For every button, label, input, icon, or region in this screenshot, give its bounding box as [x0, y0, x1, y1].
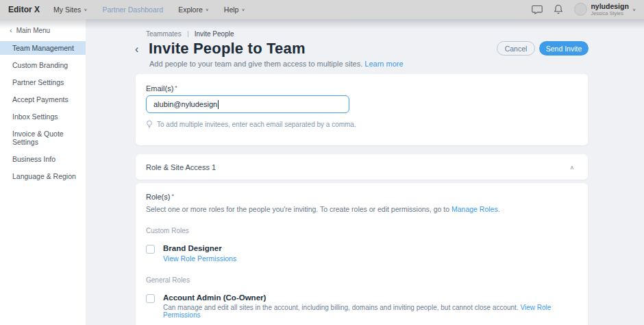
account-menu[interactable]: nyludesign Jessica Styles ∨	[574, 3, 636, 16]
editor-x-logo[interactable]: Editor X	[8, 5, 40, 14]
chevron-up-icon[interactable]: ∧	[569, 164, 574, 170]
view-role-permissions-link[interactable]: View Role Permissions	[163, 254, 236, 263]
menu-my-sites-label: My Sites	[53, 5, 81, 14]
chevron-down-icon: ∨	[206, 8, 209, 12]
avatar	[574, 3, 587, 16]
sidebar-item-team-management[interactable]: Team Management	[0, 41, 86, 55]
bell-icon	[554, 4, 563, 14]
sidebar-item-custom-branding[interactable]: Custom Branding	[0, 58, 86, 72]
lightbulb-icon	[146, 120, 153, 129]
emails-hint-text: To add multiple invitees, enter each ema…	[157, 121, 356, 128]
roles-description: Select one or more roles for the people …	[146, 205, 574, 213]
checkbox-account-admin[interactable]	[146, 294, 155, 303]
sidebar: ‹ Main Menu Team Management Custom Brand…	[0, 19, 86, 325]
custom-roles-group-label: Custom Roles	[146, 227, 574, 234]
checkbox-brand-designer[interactable]	[146, 245, 155, 254]
learn-more-link[interactable]: Learn more	[364, 60, 403, 68]
role-site-access-label: Role & Site Access 1	[146, 163, 569, 171]
emails-hint: To add multiple invitees, enter each ema…	[146, 120, 356, 129]
menu-help-label: Help	[224, 5, 239, 14]
breadcrumb-teammates[interactable]: Teammates	[146, 30, 182, 38]
role-desc-account-admin: Can manage and edit all sites in the acc…	[163, 304, 574, 319]
breadcrumb: Teammates Invite People	[146, 30, 234, 38]
comments-button[interactable]	[532, 5, 543, 14]
roles-label: Role(s)*	[146, 193, 574, 201]
sidebar-item-business-info[interactable]: Business Info	[0, 152, 86, 166]
sidebar-item-inbox-settings[interactable]: Inbox Settings	[0, 110, 86, 123]
topbar-right: nyludesign Jessica Styles ∨	[532, 3, 636, 16]
account-text: nyludesign Jessica Styles	[591, 3, 628, 16]
chevron-left-icon: ‹	[10, 26, 12, 34]
account-name: nyludesign	[591, 3, 628, 11]
role-name-brand-designer: Brand Designer	[163, 244, 236, 252]
sidebar-back-label: Main Menu	[16, 27, 50, 34]
role-row-brand-designer: Brand Designer View Role Permissions	[146, 244, 574, 263]
comment-icon	[532, 5, 543, 14]
required-mark: *	[171, 193, 174, 200]
sidebar-item-invoice-quote-settings[interactable]: Invoice & Quote Settings	[0, 127, 86, 149]
emails-input[interactable]: alubin@nyludesign	[146, 95, 349, 113]
required-mark: *	[175, 84, 177, 91]
chevron-down-icon: ∨	[241, 8, 245, 12]
sidebar-item-language-region[interactable]: Language & Region	[0, 169, 86, 183]
chevron-down-icon: ∨	[632, 8, 636, 12]
page-subtitle-text: Add people to your team and give them ac…	[149, 60, 362, 68]
menu-explore[interactable]: Explore ∨	[178, 5, 209, 14]
send-invite-button[interactable]: Send Invite	[539, 41, 589, 56]
role-row-account-admin: Account Admin (Co-Owner) Can manage and …	[146, 293, 574, 319]
breadcrumb-divider	[188, 31, 188, 37]
text-caret	[218, 100, 219, 109]
menu-partner-dashboard-label: Partner Dashboard	[102, 5, 163, 14]
general-roles-group-label: General Roles	[146, 276, 574, 284]
emails-input-value: alubin@nyludesign	[153, 100, 217, 108]
menu-partner-dashboard[interactable]: Partner Dashboard	[102, 5, 163, 14]
manage-roles-link[interactable]: Manage Roles.	[451, 205, 500, 213]
page-title: Invite People to Team	[149, 40, 306, 58]
menu-my-sites[interactable]: My Sites ∨	[53, 5, 87, 14]
role-name-account-admin: Account Admin (Co-Owner)	[163, 293, 574, 302]
email-card: Email(s)* alubin@nyludesign To add multi…	[136, 74, 588, 145]
sidebar-back-main-menu[interactable]: ‹ Main Menu	[0, 19, 86, 41]
emails-label: Email(s)*	[146, 84, 177, 93]
main-content: Teammates Invite People ‹ Invite People …	[86, 19, 644, 325]
screen: Editor X My Sites ∨ Partner Dashboard Ex…	[0, 0, 644, 325]
chevron-down-icon: ∨	[84, 8, 87, 12]
menu-help[interactable]: Help ∨	[224, 5, 245, 14]
cancel-button[interactable]: Cancel	[497, 41, 535, 56]
breadcrumb-invite-people[interactable]: Invite People	[195, 30, 234, 38]
role-site-access-header[interactable]: Role & Site Access 1 ∧	[136, 154, 588, 180]
menu-explore-label: Explore	[178, 5, 203, 14]
sidebar-item-partner-settings[interactable]: Partner Settings	[0, 75, 86, 89]
account-subtitle: Jessica Styles	[591, 11, 628, 16]
back-button[interactable]: ‹	[135, 44, 138, 55]
page-subtitle: Add people to your team and give them ac…	[149, 60, 404, 68]
notifications-button[interactable]	[554, 4, 563, 14]
sidebar-item-accept-payments[interactable]: Accept Payments	[0, 93, 86, 106]
topbar: Editor X My Sites ∨ Partner Dashboard Ex…	[0, 0, 644, 19]
roles-card: Role(s)* Select one or more roles for th…	[136, 183, 588, 325]
